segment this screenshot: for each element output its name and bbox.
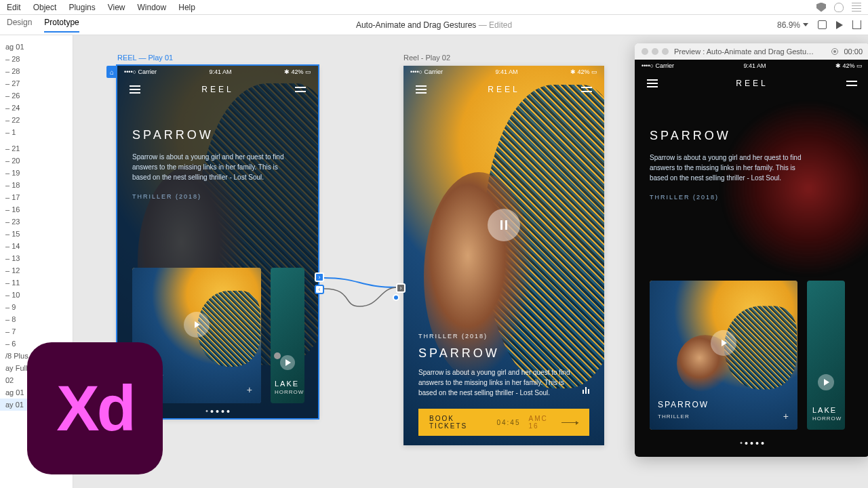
menu-icon[interactable] [416,85,427,94]
layer-item[interactable]: – 21 [0,142,73,155]
menu-window[interactable]: Window [138,3,167,12]
equalizer-icon[interactable] [583,387,589,394]
add-icon[interactable]: + [247,384,253,395]
page-dots [741,442,764,445]
movie-meta: THRILLER (2018) [132,193,303,200]
home-artboard-icon[interactable]: ⌂ [106,66,117,78]
filter-icon[interactable] [846,79,857,87]
menu-help[interactable]: Help [178,3,195,12]
movie-headline: SPARROW [418,346,589,361]
play-button-icon[interactable] [184,312,210,338]
layer-item[interactable]: – 1 [0,126,73,138]
list-icon [852,3,861,12]
layer-item[interactable]: – 22 [0,114,73,126]
app-title: REEL [201,85,233,94]
artboard-label[interactable]: REEL — Play 01 [117,54,173,62]
cloud-icon [834,3,844,12]
layer-item[interactable]: – 23 [0,216,73,228]
play-button-icon[interactable] [280,355,295,370]
record-time: 00:00 [844,47,863,56]
status-bar: ••••○ Carrier 9:41 AM ✱ 42% ▭ [403,66,604,78]
device-preview-icon[interactable] [818,20,827,29]
filter-icon[interactable] [295,85,306,94]
layer-item[interactable]: – 19 [0,167,73,179]
layer-item[interactable]: – 18 [0,179,73,191]
movie-meta: THRILLER (2018) [650,194,854,201]
prototype-wire [319,274,407,308]
menu-plugins[interactable]: Plugins [68,3,95,12]
menu-icon[interactable] [647,79,658,87]
menu-object[interactable]: Object [33,3,57,12]
layer-item[interactable]: – 13 [0,252,73,264]
movie-card-sparrow[interactable]: SPARROW THRILLER+ [650,281,797,430]
layer-item[interactable]: – 15 [0,228,73,240]
window-controls[interactable] [642,48,669,55]
layer-item[interactable]: – 27 [0,77,73,89]
layer-item[interactable]: – 28 [0,53,73,65]
document-title: Auto-Animate and Drag Gestures — Edited [356,20,512,30]
movie-card-lake[interactable]: LAKE HORROW [807,281,845,430]
layer-item[interactable]: – 26 [0,89,73,102]
layer-item[interactable]: – 16 [0,203,73,216]
pause-button-icon[interactable] [488,209,520,241]
book-tickets-button[interactable]: BOOK TICKETS 04:45 AMC 16 [418,409,589,436]
movie-description: Sparrow is about a young girl and her qu… [132,152,288,182]
status-bar: ••••○ Carrier 9:41 AM ✱ 42% ▭ [117,66,318,78]
prototype-connector-handle[interactable] [393,294,399,301]
movie-description: Sparrow is about a young girl and her qu… [650,152,806,183]
page-dots [206,410,230,413]
status-bar: ••••○ Carrier 9:41 AM ✱ 42% ▭ [635,60,868,72]
layer-item[interactable]: ag 01 [0,41,73,53]
layer-item[interactable]: – 24 [0,102,73,114]
play-icon[interactable] [836,21,843,29]
movie-meta: THRILLER (2018) [418,333,589,340]
layer-item[interactable]: – 9 [0,301,73,313]
layer-item[interactable]: – 20 [0,155,73,167]
app-title: REEL [736,79,768,88]
movie-headline: SPARROW [132,128,303,142]
layer-item[interactable]: – 28 [0,65,73,77]
menu-icon[interactable] [130,85,140,94]
app-menubar: Edit Object Plugins View Window Help [0,0,868,15]
layer-item[interactable]: – 10 [0,289,73,301]
shield-icon [816,3,826,12]
play-button-icon[interactable] [711,330,736,356]
preview-title: Preview : Auto-Animate and Drag Gestu… [674,47,826,56]
layer-item[interactable]: – 14 [0,240,73,252]
layer-item[interactable]: – 8 [0,313,73,325]
prototype-connector-target[interactable]: › [396,283,406,293]
filter-icon[interactable] [581,85,592,94]
layer-item[interactable]: – 12 [0,264,73,277]
artboard-label[interactable]: Reel - Play 02 [403,54,450,62]
app-title: REEL [488,85,519,94]
movie-description: Sparrow is about a young girl and her qu… [418,367,574,398]
artboard-reel-play-02[interactable]: Reel - Play 02 ••••○ Carrier 9:41 AM ✱ 4… [403,66,604,445]
app-toolbar: Design Prototype Auto-Animate and Drag G… [0,15,868,35]
preview-titlebar[interactable]: Preview : Auto-Animate and Drag Gestu… 0… [635,43,868,60]
layer-item[interactable]: – 11 [0,277,73,289]
tab-design[interactable]: Design [7,18,32,33]
preview-window[interactable]: Preview : Auto-Animate and Drag Gestu… 0… [635,43,868,457]
layer-item[interactable]: – 17 [0,191,73,203]
tab-prototype[interactable]: Prototype [44,18,79,33]
movie-headline: SPARROW [650,129,854,143]
adobe-xd-logo: Xd [27,342,163,474]
menu-edit[interactable]: Edit [7,3,21,12]
prototype-connector-out[interactable]: › [315,272,324,282]
connector-dot[interactable] [274,352,281,359]
record-icon[interactable] [831,48,838,55]
menu-view[interactable]: View [108,3,125,12]
zoom-dropdown[interactable]: 86.9% [777,20,808,30]
prototype-connector-in[interactable]: ‹ [315,285,324,294]
share-icon[interactable] [852,20,861,29]
layer-item[interactable]: – 7 [0,325,73,338]
canvas[interactable]: REEL — Play 01 ⌂ ••••○ Carrier 9:41 AM ✱… [73,35,868,488]
play-button-icon[interactable] [818,374,834,390]
movie-card-lake[interactable]: LAKE HORROW [271,268,304,403]
add-icon[interactable]: + [783,411,789,422]
